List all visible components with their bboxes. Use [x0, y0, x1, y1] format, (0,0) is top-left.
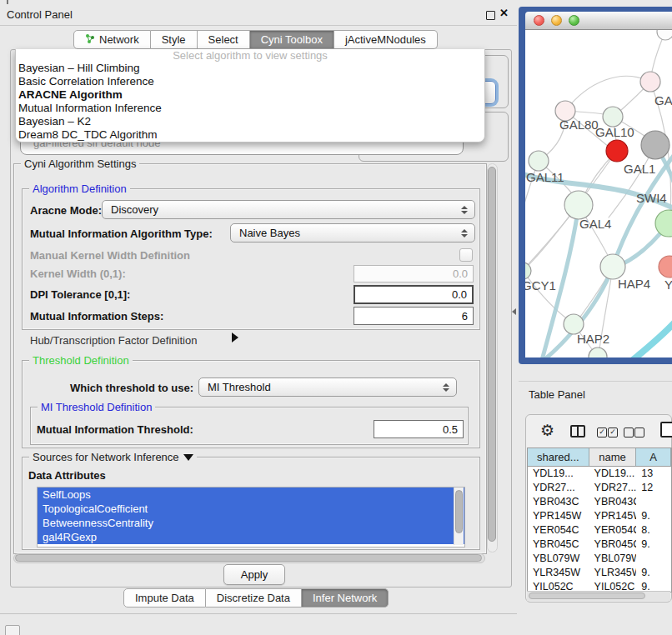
table-cell: YPR145W	[589, 509, 637, 523]
attribute-list-item[interactable]: TopologicalCoefficient	[38, 502, 464, 516]
new-table-icon[interactable]	[660, 422, 672, 438]
column-header[interactable]: name	[589, 448, 637, 467]
network-node-y[interactable]	[659, 256, 672, 278]
deselect-columns-icon[interactable]	[624, 428, 634, 438]
table-cell: 9.	[636, 509, 671, 523]
columns-icon[interactable]	[570, 425, 585, 438]
apply-button[interactable]: Apply	[223, 564, 285, 585]
network-node-gal11[interactable]	[529, 151, 549, 171]
manual-kernel-width-checkbox[interactable]	[459, 248, 473, 262]
dropdown-item[interactable]: Bayesian – K2	[16, 115, 484, 128]
dpi-tolerance-label: DPI Tolerance [0,1]:	[30, 288, 130, 301]
table-row[interactable]: YDR27...YDR27...12	[528, 481, 671, 495]
mi-threshold-label: Mutual Information Threshold:	[37, 423, 193, 436]
tab-cyni-toolbox[interactable]: Cyni Toolbox	[250, 30, 334, 49]
dropdown-item[interactable]: Dream8 DC_TDC Algorithm	[16, 128, 484, 142]
mi-steps-input[interactable]: 6	[354, 307, 474, 325]
table-row[interactable]: YBR043CYBR043C	[528, 495, 671, 509]
network-node[interactable]	[641, 131, 669, 159]
network-node-gal1[interactable]	[606, 140, 628, 162]
aracne-mode-select[interactable]: Discovery	[102, 200, 475, 219]
attribute-list-item[interactable]: gal4RGexp	[38, 530, 464, 544]
hub-definition-toggle-label[interactable]: Hub/Transcription Factor Definition	[30, 334, 197, 347]
network-node-gal10[interactable]	[603, 107, 623, 127]
settings-horizontal-scrollbar-thumb[interactable]	[15, 554, 482, 562]
table-row[interactable]: YPR145WYPR145W9.	[528, 509, 671, 523]
table-row[interactable]: YIL052CYIL052C9.	[528, 580, 671, 592]
node-table: shared...nameA YDL19...YDL19...13YDR27..…	[527, 448, 672, 592]
table-cell: YBR045C	[589, 538, 637, 552]
titlebar-divider	[0, 25, 517, 26]
tab-label: Network	[99, 33, 139, 46]
table-row[interactable]: YDL19...YDL19...13	[528, 467, 671, 481]
tab-impute-data[interactable]: Impute Data	[123, 588, 206, 608]
application-root: Control Panel ✕ NetworkStyleSelectCyni T…	[0, 0, 672, 635]
attributes-list-scrollbar-thumb[interactable]	[455, 490, 463, 533]
table-row[interactable]: YBR045CYBR045C9.	[528, 538, 671, 552]
select-all-columns-icon[interactable]: ✓	[597, 428, 607, 438]
network-node-label: GAL11	[526, 170, 564, 184]
control-panel-bottom-edge	[0, 613, 517, 614]
network-node[interactable]	[640, 72, 660, 92]
kernel-width-input[interactable]: 0.0	[354, 265, 474, 282]
expand-indicator-icon[interactable]	[232, 332, 238, 342]
table-row[interactable]: YBL079WYBL079W	[528, 552, 671, 566]
dropdown-item[interactable]: Mutual Information Inference	[16, 102, 484, 115]
data-attributes-list[interactable]: SelfLoopsTopologicalCoefficientBetweenne…	[37, 487, 465, 548]
tab-jactivemnodules[interactable]: jActiveMNodules	[334, 30, 438, 49]
dropdown-item[interactable]: ARACNE Algorithm	[16, 88, 484, 102]
network-node-label: GCY1	[525, 278, 556, 292]
network-node-gcy1[interactable]	[525, 262, 531, 279]
tab-discretize-data[interactable]: Discretize Data	[206, 588, 302, 608]
tab-label: Discretize Data	[217, 592, 290, 604]
tab-select[interactable]: Select	[198, 30, 250, 49]
panel-grip-button[interactable]	[5, 625, 20, 635]
tab-network[interactable]: Network	[73, 30, 151, 49]
dropdown-item[interactable]: Bayesian – Hill Climbing	[16, 62, 484, 75]
network-node-label: Y	[664, 278, 672, 292]
close-panel-icon[interactable]: ✕	[499, 7, 509, 19]
split-collapse-icon[interactable]	[512, 308, 516, 315]
mi-algorithm-type-select[interactable]: Naive Bayes	[230, 223, 475, 242]
table-cell	[636, 495, 671, 509]
dpi-tolerance-input[interactable]: 0.0	[354, 285, 474, 304]
table-row[interactable]: YER054CYER054C8.	[528, 523, 671, 538]
which-threshold-select[interactable]: MI Threshold	[198, 378, 457, 397]
network-edge[interactable]	[600, 322, 672, 358]
close-button[interactable]	[534, 15, 544, 26]
which-threshold-label: Which threshold to use:	[70, 382, 193, 394]
network-node-label: SWI4	[636, 191, 667, 205]
table-cell: 8.	[636, 523, 671, 538]
network-canvas[interactable]: GALGAL80GAL10GAL1GAL11SWI4GAL4GCY1HAP4YH…	[525, 30, 672, 358]
deselect-columns-icon[interactable]	[634, 428, 644, 438]
minimize-button[interactable]	[551, 15, 562, 26]
dropdown-item[interactable]: Basic Correlation Inference	[16, 75, 484, 88]
float-panel-icon[interactable]	[486, 11, 495, 20]
sources-title[interactable]: Sources for Network Inference	[29, 451, 197, 463]
zoom-button[interactable]	[569, 15, 579, 26]
column-header[interactable]: A	[636, 448, 671, 467]
select-all-columns-icon[interactable]: ✓	[608, 428, 618, 438]
tab-label: jActiveMNodules	[345, 33, 426, 46]
top-tab-bar: NetworkStyleSelectCyni ToolboxjActiveMNo…	[73, 30, 438, 49]
network-edge[interactable]	[565, 76, 650, 111]
network-node-hap4[interactable]	[600, 254, 625, 279]
network-node-gal4[interactable]	[564, 191, 593, 219]
network-window-titlebar[interactable]	[525, 12, 672, 30]
tab-infer-network[interactable]: Infer Network	[302, 588, 389, 608]
network-node-swi4[interactable]	[655, 210, 672, 237]
mi-threshold-input[interactable]: 0.5	[374, 420, 464, 438]
network-node-label: GAL1	[624, 162, 655, 176]
stepper-icon	[443, 383, 449, 392]
attribute-list-item[interactable]: SelfLoops	[38, 488, 464, 502]
column-header[interactable]: shared...	[528, 448, 589, 467]
attribute-list-item[interactable]: BetweennessCentrality	[38, 516, 464, 530]
table-horizontal-scrollbar-thumb[interactable]	[529, 592, 645, 599]
tab-style[interactable]: Style	[151, 30, 198, 49]
data-attributes-label: Data Attributes	[28, 469, 106, 482]
table-row[interactable]: YLR345WYLR345W9.	[528, 566, 671, 580]
gear-icon[interactable]: ⚙	[540, 421, 554, 440]
network-node[interactable]	[657, 30, 672, 40]
network-node-label: GAL10	[595, 125, 634, 139]
settings-vertical-scrollbar-thumb[interactable]	[488, 167, 496, 542]
